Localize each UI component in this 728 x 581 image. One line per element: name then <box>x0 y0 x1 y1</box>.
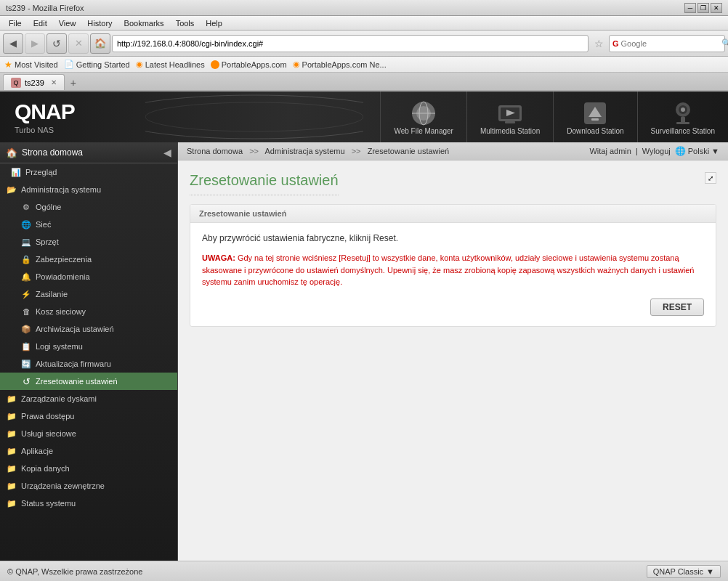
star-icon: ★ <box>4 60 12 70</box>
bookmark-label: PortableApps.com <box>222 60 287 69</box>
menu-bookmarks[interactable]: Bookmarks <box>118 16 170 30</box>
sidebar-item-sprzet[interactable]: 💻 Sprzęt <box>0 233 177 251</box>
breadcrumb: Strona domowa >> Administracja systemu >… <box>178 142 728 161</box>
forward-button[interactable]: ▶ <box>25 33 45 54</box>
sidebar-section-prawa[interactable]: 📁 Prawa dostępu <box>0 407 177 425</box>
breadcrumb-home[interactable]: Strona domowa <box>187 147 243 155</box>
menu-view[interactable]: View <box>53 16 82 30</box>
admin-folder-icon: 📂 <box>6 184 17 195</box>
stop-button[interactable]: ✕ <box>68 33 89 54</box>
logout-link[interactable]: Wyloguj <box>642 147 671 155</box>
logo-subtitle: Turbo NAS <box>15 126 75 134</box>
url-input[interactable] <box>117 39 583 48</box>
sidebar-section-urzadzenia[interactable]: 📁 Urządzenia zewnętrzne <box>0 477 177 495</box>
web-file-manager-icon <box>410 99 437 127</box>
sidebar-section-admin[interactable]: 📂 Administracja systemu <box>0 181 177 198</box>
archiwizacja-icon: 📦 <box>20 323 32 335</box>
qnap-classic-button[interactable]: QNAP Classic ▼ <box>647 565 721 578</box>
sidebar-item-aktualizacja[interactable]: 🔄 Aktualizacja firmwaru <box>0 355 177 373</box>
minimize-button[interactable]: ─ <box>684 3 696 13</box>
menu-tools[interactable]: Tools <box>170 16 201 30</box>
sidebar-section-status[interactable]: 📁 Status systemu <box>0 495 177 512</box>
search-input[interactable] <box>621 39 721 48</box>
settings-box: Zresetowanie ustawień Aby przywrócić ust… <box>190 204 716 327</box>
sidebar-item-kosz[interactable]: 🗑 Kosz sieciowy <box>0 303 177 320</box>
sidebar-label: Zasilanie <box>36 290 68 298</box>
sidebar-item-ogolne[interactable]: ⚙ Ogólne <box>0 198 177 216</box>
sidebar-label: Ogólne <box>36 203 61 211</box>
sidebar-label: Aktualizacja firmwaru <box>36 359 111 368</box>
sidebar-header: 🏠 Strona domowa ◀ <box>0 142 177 163</box>
sidebar-item-archiwizacja[interactable]: 📦 Archiwizacja ustawień <box>0 320 177 338</box>
sidebar-label: Status systemu <box>21 499 76 508</box>
sidebar-section-aplikacje[interactable]: 📁 Aplikacje <box>0 442 177 460</box>
sidebar-collapse-button[interactable]: ◀ <box>163 147 171 158</box>
sidebar-item-logi[interactable]: 📋 Logi systemu <box>0 338 177 355</box>
restore-button[interactable]: ❐ <box>697 3 709 13</box>
menu-help[interactable]: Help <box>200 16 228 30</box>
language-selector[interactable]: 🌐 Polski ▼ <box>675 146 719 156</box>
sidebar-item-siec[interactable]: 🌐 Sieć <box>0 216 177 233</box>
header-decoration <box>145 92 363 142</box>
browser-tab[interactable]: Q ts239 ✕ <box>3 74 65 90</box>
zabezpieczenia-icon: 🔒 <box>20 253 32 265</box>
sidebar-label: Zarządzanie dyskami <box>21 394 97 403</box>
sidebar: 🏠 Strona domowa ◀ 📊 Przegląd 📂 Administr… <box>0 142 178 561</box>
new-tab-button[interactable]: + <box>66 76 81 90</box>
bookmark-latest-headlines[interactable]: ◉ Latest Headlines <box>136 60 205 69</box>
nav-multimedia-station[interactable]: Multimedia Station <box>466 92 553 142</box>
breadcrumb-path: Strona domowa >> Administracja systemu >… <box>187 147 449 155</box>
sidebar-item-zresetowanie[interactable]: ↺ Zresetowanie ustawień <box>0 373 177 390</box>
sidebar-item-przeglad[interactable]: 📊 Przegląd <box>0 163 177 181</box>
svg-rect-17 <box>676 122 689 124</box>
multimedia-station-icon <box>496 99 524 127</box>
sidebar-section-dyski[interactable]: 📁 Zarządzanie dyskami <box>0 390 177 407</box>
tab-favicon: Q <box>11 78 21 88</box>
page-content: Zresetowanie ustawień ⤢ Zresetowanie ust… <box>178 161 728 561</box>
tab-close-icon[interactable]: ✕ <box>51 78 57 86</box>
sidebar-item-powiadomienia[interactable]: 🔔 Powiadomienia <box>0 268 177 285</box>
back-button[interactable]: ◀ <box>3 33 23 54</box>
sidebar-item-zabezpieczenia[interactable]: 🔒 Zabezpieczenia <box>0 251 177 268</box>
bookmark-star-icon[interactable]: ☆ <box>590 35 607 52</box>
menu-history[interactable]: History <box>81 16 118 30</box>
bookmarks-bar: ★ Most Visited 📄 Getting Started ◉ Lates… <box>0 57 728 73</box>
warning-text: UWAGA: Gdy na tej stronie wciśniesz [Res… <box>202 252 704 288</box>
sidebar-section-kopia[interactable]: 📁 Kopia danych <box>0 460 177 477</box>
sidebar-section-uslugi[interactable]: 📁 Usługi sieciowe <box>0 425 177 442</box>
siec-icon: 🌐 <box>20 219 32 230</box>
reload-button[interactable]: ↺ <box>46 33 67 54</box>
bottom-bar: © QNAP, Wszelkie prawa zastrzeżone QNAP … <box>0 561 728 581</box>
bookmark-getting-started[interactable]: 📄 Getting Started <box>64 60 130 69</box>
window-controls[interactable]: ─ ❐ ✕ <box>684 3 722 13</box>
nav-surveillance-station[interactable]: Surveillance Station <box>637 92 728 142</box>
search-submit-icon[interactable]: 🔍 <box>721 38 728 48</box>
reset-button-row: RESET <box>202 298 704 316</box>
page-title: Zresetowanie ustawień <box>190 172 339 195</box>
rss2-icon: ◉ <box>293 60 300 69</box>
nav-label: Multimedia Station <box>480 127 540 135</box>
search-engine-icon: G <box>612 39 619 48</box>
dropdown-arrow-icon: ▼ <box>706 567 714 576</box>
home-button[interactable]: 🏠 <box>90 33 110 54</box>
nav-label: Download Station <box>567 127 623 135</box>
reset-button[interactable]: RESET <box>650 298 704 316</box>
menu-edit[interactable]: Edit <box>28 16 53 30</box>
close-button[interactable]: ✕ <box>711 3 722 13</box>
header-nav: Web File Manager Multimedia Station <box>380 92 728 142</box>
nav-web-file-manager[interactable]: Web File Manager <box>380 92 466 142</box>
bookmark-portableapps[interactable]: PortableApps.com <box>211 60 287 69</box>
copyright-text: © QNAP, Wszelkie prawa zastrzeżone <box>7 567 142 576</box>
aplikacje-icon: 📁 <box>6 445 17 457</box>
expand-button[interactable]: ⤢ <box>705 172 716 184</box>
nav-download-station[interactable]: Download Station <box>553 92 636 142</box>
logo-text: QNAP <box>15 99 75 124</box>
search-bar[interactable]: G 🔍 <box>609 35 725 52</box>
bookmark-most-visited[interactable]: ★ Most Visited <box>4 60 58 70</box>
sidebar-item-zasilanie[interactable]: ⚡ Zasilanie <box>0 285 177 303</box>
bookmark-portableapps-ne[interactable]: ◉ PortableApps.com Ne... <box>293 60 387 69</box>
address-bar[interactable] <box>112 35 589 52</box>
breadcrumb-admin[interactable]: Administracja systemu <box>265 147 345 155</box>
reset-description: Aby przywrócić ustawienia fabryczne, kli… <box>202 233 704 243</box>
menu-file[interactable]: File <box>3 16 28 30</box>
